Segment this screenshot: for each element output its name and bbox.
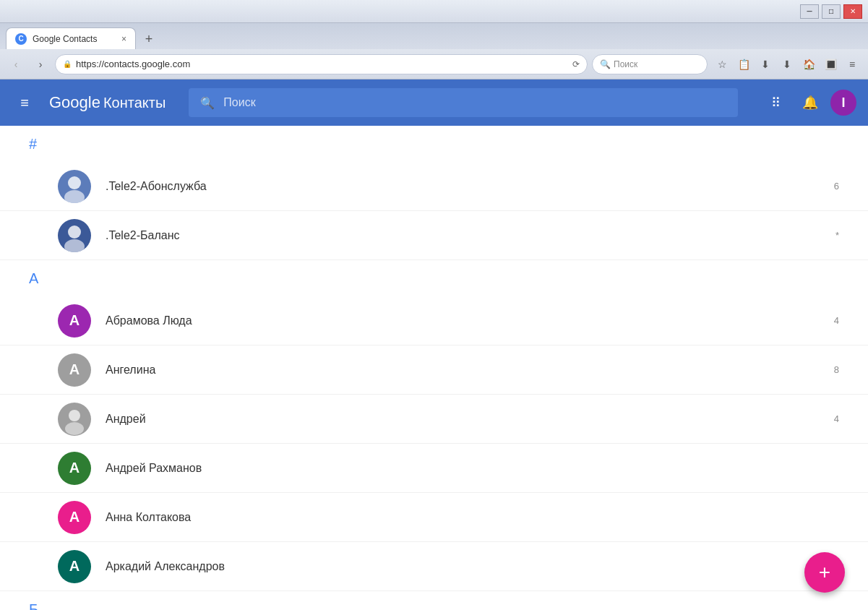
contact-list: #.Tele2-Абонслужба6.Tele2-Баланс*АААбрам… xyxy=(0,126,868,610)
contact-name: Андрей xyxy=(106,413,834,426)
apps-icon[interactable]: ⠿ xyxy=(761,88,790,117)
search-icon: 🔍 xyxy=(600,59,611,69)
contact-item[interactable]: ААнгелина8 xyxy=(0,345,868,395)
menu-button[interactable]: ≡ xyxy=(842,54,862,74)
contact-name: .Tele2-Абонслужба xyxy=(106,180,834,193)
section-letter: А xyxy=(29,270,46,287)
contact-item[interactable]: ААбрамова Люда4 xyxy=(0,296,868,345)
svg-point-3 xyxy=(64,239,85,252)
bookmarks-icon[interactable]: ☆ xyxy=(712,54,732,74)
contact-name: Анна Колтакова xyxy=(106,511,839,524)
refresh-button[interactable]: ⟳ xyxy=(572,59,580,69)
section-letter: # xyxy=(29,136,46,152)
contact-avatar: А xyxy=(58,452,91,485)
contact-item[interactable]: .Tele2-Баланс* xyxy=(0,211,868,260)
contact-item[interactable]: ААндрей Рахманов xyxy=(0,444,868,493)
contact-name: Ангелина xyxy=(106,364,834,377)
contact-avatar: А xyxy=(58,304,91,338)
section-letter: Б xyxy=(29,601,46,611)
active-tab[interactable]: C Google Contacts × xyxy=(6,27,136,49)
home-button[interactable]: 🏠 xyxy=(799,54,819,74)
app-search-placeholder: Поиск xyxy=(223,96,255,109)
pocket-icon[interactable]: ⬇ xyxy=(755,54,775,74)
minimize-button[interactable]: ─ xyxy=(800,4,819,19)
add-contact-fab[interactable]: + xyxy=(804,552,845,593)
contact-meta: 6 xyxy=(834,181,839,192)
logo-contacts: Контакты xyxy=(103,95,166,111)
contact-meta: 4 xyxy=(834,315,839,326)
close-button[interactable]: ✕ xyxy=(843,4,862,19)
contact-name: .Tele2-Баланс xyxy=(106,229,835,242)
content-area: #.Tele2-Абонслужба6.Tele2-Баланс*АААбрам… xyxy=(0,126,868,610)
contact-section: БББаланс* xyxy=(0,591,868,610)
svg-point-1 xyxy=(64,190,85,203)
contact-section: АААбрамова Люда4ААнгелина8Андрей4ААндрей… xyxy=(0,260,868,591)
app-search-field[interactable]: 🔍 Поиск xyxy=(189,88,738,117)
tab-title: Google Contacts xyxy=(33,34,116,44)
header-actions: ⠿ 🔔 I xyxy=(761,88,856,117)
notifications-icon[interactable]: 🔔 xyxy=(796,88,825,117)
contact-avatar xyxy=(58,403,91,436)
contact-meta: 8 xyxy=(834,364,839,375)
security-icon: 🔒 xyxy=(63,60,72,68)
app-header: ≡ Google Контакты 🔍 Поиск ⠿ 🔔 I xyxy=(0,80,868,126)
section-header: # xyxy=(0,126,868,162)
reading-list-icon[interactable]: 📋 xyxy=(734,54,754,74)
svg-point-0 xyxy=(68,176,81,189)
contact-item[interactable]: ААнна Колтакова xyxy=(0,493,868,542)
back-button[interactable]: ‹ xyxy=(6,54,26,74)
contact-avatar xyxy=(58,219,91,252)
url-text: https://contacts.google.com xyxy=(76,59,568,69)
section-header: Б xyxy=(0,591,868,610)
section-header: А xyxy=(0,260,868,296)
contact-name: Аркадий Александров xyxy=(106,560,839,573)
tab-close-button[interactable]: × xyxy=(121,34,126,44)
contact-meta: 4 xyxy=(834,413,839,424)
address-bar: ‹ › 🔒 https://contacts.google.com ⟳ 🔍 По… xyxy=(0,49,868,80)
contact-item[interactable]: Андрей4 xyxy=(0,395,868,444)
url-bar[interactable]: 🔒 https://contacts.google.com ⟳ xyxy=(55,54,588,74)
hamburger-menu[interactable]: ≡ xyxy=(12,90,38,116)
browser-search-bar[interactable]: 🔍 Поиск xyxy=(592,54,708,74)
maximize-button[interactable]: □ xyxy=(822,4,841,19)
contact-name: Абрамова Люда xyxy=(106,314,834,327)
svg-point-4 xyxy=(69,410,80,421)
logo-google: Google xyxy=(49,93,100,112)
tab-favicon: C xyxy=(15,33,27,45)
forward-button[interactable]: › xyxy=(30,54,51,74)
contact-avatar: А xyxy=(58,550,91,583)
svg-point-2 xyxy=(68,225,81,239)
search-placeholder: Поиск xyxy=(614,59,637,69)
title-bar: ─ □ ✕ xyxy=(0,0,868,23)
download-icon[interactable]: ⬇ xyxy=(777,54,797,74)
contact-avatar: А xyxy=(58,501,91,534)
contact-avatar xyxy=(58,170,91,203)
svg-point-5 xyxy=(65,422,84,435)
contact-name: Андрей Рахманов xyxy=(106,462,839,475)
window-controls: ─ □ ✕ xyxy=(800,4,862,19)
extensions-icon[interactable]: 🔳 xyxy=(820,54,841,74)
user-avatar[interactable]: I xyxy=(830,90,856,116)
tab-bar: C Google Contacts × + xyxy=(0,23,868,49)
app-logo: Google Контакты xyxy=(49,93,166,112)
contact-section: #.Tele2-Абонслужба6.Tele2-Баланс* xyxy=(0,126,868,260)
app-wrapper: ≡ Google Контакты 🔍 Поиск ⠿ 🔔 I #.Tele2-… xyxy=(0,80,868,610)
new-tab-button[interactable]: + xyxy=(139,29,159,49)
app-search-icon: 🔍 xyxy=(200,96,215,110)
contact-item[interactable]: ААркадий Александров xyxy=(0,542,868,591)
contact-item[interactable]: .Tele2-Абонслужба6 xyxy=(0,162,868,211)
contact-meta: * xyxy=(835,230,839,241)
toolbar-icons: ☆ 📋 ⬇ ⬇ 🏠 🔳 ≡ xyxy=(712,54,862,74)
contact-avatar: А xyxy=(58,353,91,387)
